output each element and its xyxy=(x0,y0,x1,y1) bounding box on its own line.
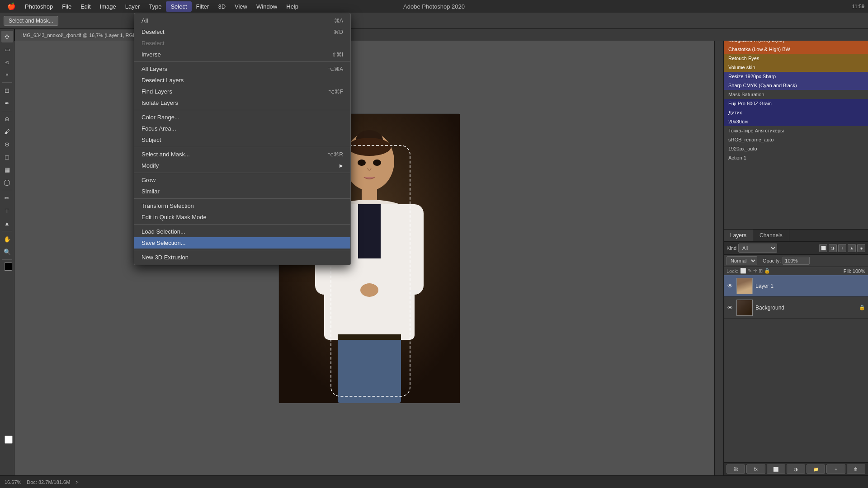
layer-filter-smart-icon[interactable]: ◈ xyxy=(857,244,865,252)
gradient-tool[interactable]: ▦ xyxy=(1,164,13,175)
history-item-9[interactable]: Дитих xyxy=(724,108,868,117)
pen-tool[interactable]: ✏ xyxy=(1,192,13,204)
eyedropper-tool[interactable]: ✒ xyxy=(1,97,13,109)
selection-tool[interactable]: ▭ xyxy=(1,43,13,55)
apple-menu[interactable]: 🍎 xyxy=(3,0,20,12)
menu-image[interactable]: Image xyxy=(95,1,121,12)
menu-window[interactable]: Window xyxy=(252,1,282,12)
layer-thumb-1 xyxy=(736,300,753,316)
history-item-label-9: Дитих xyxy=(728,110,742,115)
layer-filter-shape-icon[interactable]: ▲ xyxy=(848,244,856,252)
layer-delete-btn[interactable]: 🗑 xyxy=(847,465,865,474)
history-item-8[interactable]: Fuji Pro 800Z Grain xyxy=(724,99,868,108)
history-item-14[interactable]: Action 1 xyxy=(724,153,868,162)
history-item-2[interactable]: Chastotka (Low & High) BW xyxy=(724,45,868,54)
layer-folder-btn[interactable]: 📁 xyxy=(807,465,825,474)
lasso-tool[interactable]: ⌾ xyxy=(1,56,13,68)
layer-filter-adj-icon[interactable]: ◑ xyxy=(829,244,837,252)
menu-layer[interactable]: Layer xyxy=(121,1,145,12)
menu-item-focus-area[interactable]: Focus Area... xyxy=(134,123,350,134)
history-item-7[interactable]: Mask Saturation xyxy=(724,90,868,99)
menu-item-isolate-layers[interactable]: Isolate Layers xyxy=(134,97,350,108)
toolbar-separator-1 xyxy=(2,82,12,83)
layer-link-btn[interactable]: ⛓ xyxy=(726,465,745,474)
brush-tool[interactable]: 🖌 xyxy=(1,126,13,137)
menu-item-inverse[interactable]: Inverse ⇧⌘I xyxy=(134,49,350,60)
lock-artboard-icon[interactable]: ⊞ xyxy=(759,268,763,274)
menu-view[interactable]: View xyxy=(230,1,252,12)
tab-channels[interactable]: Channels xyxy=(753,230,789,241)
menu-item-subject[interactable]: Subject xyxy=(134,134,350,145)
menu-item-quick-mask-mode[interactable]: Edit in Quick Mask Mode xyxy=(134,211,350,223)
background-color[interactable] xyxy=(5,436,13,444)
hand-tool[interactable]: ✋ xyxy=(1,233,13,245)
history-item-5[interactable]: Resize 1920px Sharp xyxy=(724,72,868,81)
menu-item-find-layers[interactable]: Find Layers ⌥⌘F xyxy=(134,86,350,97)
time-display: 11:59 xyxy=(852,4,864,9)
menu-edit[interactable]: Edit xyxy=(76,1,95,12)
layer-adjustment-btn[interactable]: ◑ xyxy=(787,465,805,474)
eraser-tool[interactable]: ◻ xyxy=(1,151,13,163)
lock-move-icon[interactable]: ✛ xyxy=(753,268,757,274)
history-item-12[interactable]: sRGB_rename_auto xyxy=(724,135,868,144)
text-tool[interactable]: T xyxy=(1,205,13,216)
menu-item-modify[interactable]: Modify ▶ xyxy=(134,160,350,171)
menu-select[interactable]: Select xyxy=(166,1,191,12)
menu-item-select-and-mask[interactable]: Select and Mask... ⌥⌘R xyxy=(134,149,350,160)
crop-tool[interactable]: ⊡ xyxy=(1,84,13,96)
menu-photoshop[interactable]: Photoshop xyxy=(20,1,57,12)
shape-tool[interactable]: ▲ xyxy=(1,217,13,229)
menu-item-deselect-layers[interactable]: Deselect Layers xyxy=(134,75,350,86)
menu-3d[interactable]: 3D xyxy=(213,1,230,12)
layer-mask-btn[interactable]: ⬜ xyxy=(767,465,785,474)
healing-tool[interactable]: ⊕ xyxy=(1,113,13,125)
move-tool[interactable]: ✣ xyxy=(1,31,13,42)
menu-item-save-selection[interactable]: Save Selection... xyxy=(134,237,350,249)
dodge-tool[interactable]: ◯ xyxy=(1,176,13,188)
layer-visibility-1[interactable]: 👁 xyxy=(726,305,734,311)
blend-mode-select[interactable]: Normal Multiply Screen Overlay xyxy=(726,256,757,265)
menu-item-all-layers[interactable]: All Layers ⌥⌘A xyxy=(134,63,350,75)
lock-transparent-icon[interactable]: ⬜ xyxy=(740,268,746,274)
menu-item-grow[interactable]: Grow xyxy=(134,174,350,186)
history-item-10[interactable]: 20x30см xyxy=(724,117,868,126)
menu-file[interactable]: File xyxy=(57,1,76,12)
quick-select-tool[interactable]: ⚬ xyxy=(1,69,13,80)
menu-item-new-3d-extrusion[interactable]: New 3D Extrusion xyxy=(134,252,350,263)
lock-paint-icon[interactable]: ✎ xyxy=(748,268,752,274)
expand-arrow[interactable]: > xyxy=(75,479,78,485)
history-item-11[interactable]: Точка-тире Аня стикеры xyxy=(724,126,868,135)
lock-all-icon[interactable]: 🔒 xyxy=(764,268,770,274)
menu-item-deselect-shortcut: ⌘D xyxy=(334,29,343,35)
opacity-input[interactable] xyxy=(783,257,810,265)
menu-item-similar[interactable]: Similar xyxy=(134,186,350,197)
toolbar-separator-5 xyxy=(2,259,12,260)
layer-filter-type-icon[interactable]: T xyxy=(838,244,846,252)
select-and-mask-button[interactable]: Select and Mask... xyxy=(4,16,58,26)
zoom-tool[interactable]: 🔍 xyxy=(1,246,13,258)
foreground-color[interactable] xyxy=(4,263,12,271)
menu-filter[interactable]: Filter xyxy=(192,1,214,12)
menu-item-load-selection[interactable]: Load Selection... xyxy=(134,226,350,237)
history-item-13[interactable]: 1920px_auto xyxy=(724,144,868,153)
layer-item-1[interactable]: 👁 Background 🔒 xyxy=(724,297,868,319)
menu-help[interactable]: Help xyxy=(282,1,303,12)
history-item-4[interactable]: Volume skin xyxy=(724,63,868,72)
layer-visibility-0[interactable]: 👁 xyxy=(726,283,734,289)
menu-item-deselect[interactable]: Deselect ⌘D xyxy=(134,26,350,38)
menu-item-transform-selection[interactable]: Transform Selection xyxy=(134,200,350,211)
panel-ai-toggle[interactable]: AI xyxy=(714,13,723,475)
layer-new-btn[interactable]: + xyxy=(826,465,845,474)
history-item-6[interactable]: Sharp CMYK (Cyan and Black) xyxy=(724,81,868,90)
menu-type[interactable]: Type xyxy=(144,1,166,12)
layer-filter-pixel-icon[interactable]: ⬜ xyxy=(819,244,827,252)
clone-tool[interactable]: ⊛ xyxy=(1,138,13,150)
menu-item-all[interactable]: All ⌘A xyxy=(134,15,350,26)
menu-item-color-range[interactable]: Color Range... xyxy=(134,112,350,123)
kind-select[interactable]: All Pixel Adjustment xyxy=(738,244,777,253)
layer-item-0[interactable]: 👁 Layer 1 xyxy=(724,275,868,297)
tab-layers[interactable]: Layers xyxy=(724,230,753,241)
layer-fx-btn[interactable]: fx xyxy=(746,465,765,474)
history-item-3[interactable]: Retouch Eyes xyxy=(724,54,868,63)
svg-point-15 xyxy=(373,160,381,166)
